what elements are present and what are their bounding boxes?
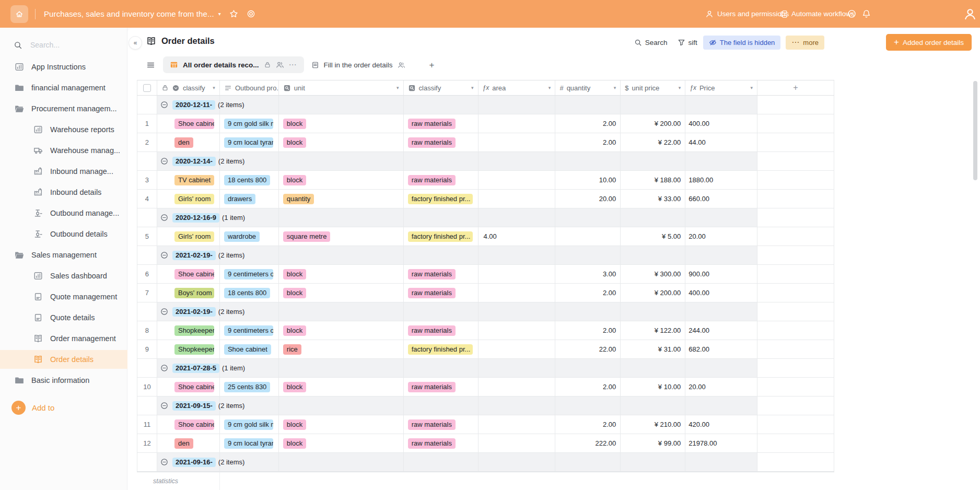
cell-unit-price[interactable]: ¥ 200.00 xyxy=(621,114,685,133)
group-header-cell[interactable]: 2021-09-15-(2 items) xyxy=(157,396,220,415)
group-header-cell[interactable]: 2021-07-28-5(1 item) xyxy=(157,359,220,378)
cell-unit-price[interactable]: ¥ 22.00 xyxy=(621,133,685,152)
users-permissions-button[interactable]: Users and permissions xyxy=(705,0,789,28)
cell-quantity[interactable]: 2.00 xyxy=(555,133,621,152)
cell-empty[interactable] xyxy=(757,114,834,133)
notifications-button[interactable] xyxy=(862,0,871,28)
cell-quantity[interactable]: 2.00 xyxy=(555,415,621,434)
sidebar-item-quote-details[interactable]: Quote details xyxy=(0,308,127,327)
cell-classify[interactable]: Shoe cabinet xyxy=(157,114,220,133)
cell-area[interactable] xyxy=(479,378,556,396)
badge-icon[interactable] xyxy=(247,9,255,18)
chevron-down-icon[interactable]: ▾ xyxy=(549,86,551,90)
cell-quantity[interactable]: 2.00 xyxy=(555,378,621,396)
cell-category[interactable]: raw materials xyxy=(404,284,479,302)
cell-quantity[interactable]: 3.00 xyxy=(555,265,621,284)
sidebar-item-warehouse-reports[interactable]: Warehouse reports xyxy=(0,120,127,139)
cell-unit[interactable]: block xyxy=(279,114,404,133)
cell-area[interactable] xyxy=(479,340,556,359)
column-header-unit[interactable]: unit▾ xyxy=(279,80,404,95)
vertical-scrollbar[interactable] xyxy=(973,81,977,471)
cell-empty[interactable] xyxy=(757,190,834,208)
cell-area[interactable] xyxy=(479,171,556,190)
cell-unit[interactable]: block xyxy=(279,415,404,434)
cell-quantity[interactable] xyxy=(555,227,621,246)
cell-empty[interactable] xyxy=(757,321,834,340)
cell-outbound-product[interactable]: 9 cm local tyrant clot xyxy=(220,434,279,453)
chevron-down-icon[interactable]: ▾ xyxy=(751,86,753,90)
cell-unit-price[interactable]: ¥ 33.00 xyxy=(621,190,685,208)
column-header-classify[interactable]: classify▾ xyxy=(404,80,479,95)
cell-classify[interactable]: Boys' room xyxy=(157,284,220,302)
row-number-cell[interactable]: 4 xyxy=(137,190,157,208)
sidebar-item-procurement-managem[interactable]: Procurement managem... xyxy=(0,99,127,118)
sidebar-item-sales-dashboard[interactable]: Sales dashboard xyxy=(0,266,127,285)
column-header-outbound-pro[interactable]: Outbound pro...▾ xyxy=(220,80,279,95)
workspace-title[interactable]: Purchases, sales and inventory come from… xyxy=(44,9,214,18)
cell-outbound-product[interactable]: 9 centimeters of eleg xyxy=(220,321,279,340)
row-number-cell[interactable]: 2 xyxy=(137,133,157,152)
home-button[interactable] xyxy=(10,5,28,23)
row-number-cell[interactable]: 6 xyxy=(137,265,157,284)
column-header-price[interactable]: ƒxPrice▾ xyxy=(685,80,757,95)
cell-empty[interactable] xyxy=(757,378,834,396)
sidebar-search[interactable] xyxy=(14,40,113,50)
cell-classify[interactable]: Shopkeeper's r... xyxy=(157,340,220,359)
group-header-cell[interactable]: 2021-02-19-(2 items) xyxy=(157,302,220,321)
cell-outbound-product[interactable]: 9 cm gold silk marg xyxy=(220,114,279,133)
cell-area[interactable] xyxy=(479,190,556,208)
cell-category[interactable]: raw materials xyxy=(404,133,479,152)
cell-category[interactable]: raw materials xyxy=(404,265,479,284)
cell-price[interactable]: 400.00 xyxy=(685,114,757,133)
cell-unit-price[interactable]: ¥ 99.00 xyxy=(621,434,685,453)
column-header-unit-price[interactable]: $unit price▾ xyxy=(621,80,685,95)
group-header-cell[interactable]: 2020-12-11-(2 items) xyxy=(157,96,220,114)
cell-category[interactable]: raw materials xyxy=(404,415,479,434)
cell-unit[interactable]: block xyxy=(279,265,404,284)
add-to-button[interactable]: + Add to xyxy=(11,398,54,417)
row-number-cell[interactable]: 3 xyxy=(137,171,157,190)
row-number-cell[interactable]: 11 xyxy=(137,415,157,434)
cell-unit-price[interactable]: ¥ 210.00 xyxy=(621,415,685,434)
cell-classify[interactable]: Shopkeeper's r... xyxy=(157,321,220,340)
cell-unit[interactable]: square metre xyxy=(279,227,404,246)
cell-outbound-product[interactable]: Shoe cabinet xyxy=(220,340,279,359)
cell-price[interactable]: 20.00 xyxy=(685,378,757,396)
cell-outbound-product[interactable]: 9 cm local tyrant clot xyxy=(220,133,279,152)
cell-area[interactable] xyxy=(479,321,556,340)
cell-classify[interactable]: den xyxy=(157,434,220,453)
cell-category[interactable]: factory finished pr... xyxy=(404,190,479,208)
group-header-cell[interactable]: 2020-12-16-9(1 item) xyxy=(157,208,220,227)
cell-outbound-product[interactable]: 25 cents 830 xyxy=(220,378,279,396)
row-number-cell[interactable]: 12 xyxy=(137,434,157,453)
group-header-cell[interactable]: 2020-12-14-(2 items) xyxy=(157,152,220,171)
cell-unit[interactable]: quantity xyxy=(279,190,404,208)
sidebar-item-inbound-details[interactable]: Inbound details xyxy=(0,183,127,202)
cell-quantity[interactable]: 22.00 xyxy=(555,340,621,359)
cell-empty[interactable] xyxy=(757,284,834,302)
cell-area[interactable] xyxy=(479,133,556,152)
sidebar-item-order-details[interactable]: Order details xyxy=(0,350,127,369)
tab-grid-view[interactable]: All order details reco... ⋯ xyxy=(163,56,304,73)
chevron-down-icon[interactable]: ▾ xyxy=(614,86,616,90)
select-all-checkbox-cell[interactable] xyxy=(137,80,157,95)
sidebar-item-outbound-details[interactable]: Outbound details xyxy=(0,225,127,243)
cell-unit[interactable]: block xyxy=(279,378,404,396)
cell-empty[interactable] xyxy=(757,265,834,284)
row-number-cell[interactable]: 10 xyxy=(137,378,157,396)
row-number-cell[interactable]: 9 xyxy=(137,340,157,359)
sidebar-item-sales-management[interactable]: Sales management xyxy=(0,246,127,264)
sidebar-item-financial-management[interactable]: financial management xyxy=(0,78,127,97)
sidebar-item-warehouse-manag[interactable]: Warehouse manag... xyxy=(0,141,127,160)
cell-classify[interactable]: TV cabinet xyxy=(157,171,220,190)
tab-form-view[interactable]: Fill in the order details xyxy=(311,61,405,69)
cell-empty[interactable] xyxy=(757,171,834,190)
cell-quantity[interactable]: 222.00 xyxy=(555,434,621,453)
sidebar-item-basic-information[interactable]: Basic information xyxy=(0,371,127,390)
cell-unit-price[interactable]: ¥ 122.00 xyxy=(621,321,685,340)
cell-unit-price[interactable]: ¥ 31.00 xyxy=(621,340,685,359)
row-number-cell[interactable]: 5 xyxy=(137,227,157,246)
chevron-down-icon[interactable]: ▾ xyxy=(213,86,215,90)
cell-price[interactable]: 21978.00 xyxy=(685,434,757,453)
row-number-cell[interactable]: 7 xyxy=(137,284,157,302)
